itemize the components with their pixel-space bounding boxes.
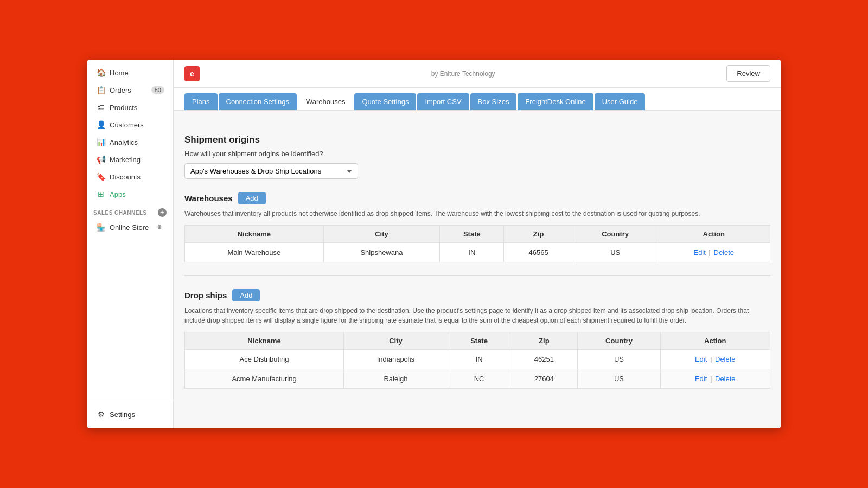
cell-state: IN <box>440 243 504 262</box>
orders-badge: 80 <box>151 86 164 94</box>
sidebar-item-home[interactable]: 🏠 Home <box>90 65 170 81</box>
cell-nickname: Acme Manufacturing <box>185 369 344 389</box>
sidebar-item-apps[interactable]: ⊞ Apps <box>90 186 170 202</box>
sidebar: 🏠 Home 📋 Orders 80 🏷 Products 👤 Customer… <box>87 60 174 428</box>
settings-section: ⚙ Settings <box>87 400 173 428</box>
tab-connection-settings[interactable]: Connection Settings <box>219 93 297 110</box>
products-icon: 🏷 <box>97 103 105 112</box>
tab-box-sizes[interactable]: Box Sizes <box>470 93 517 110</box>
shipment-origins-title: Shipment origins <box>184 134 770 145</box>
sidebar-item-label: Customers <box>110 121 144 129</box>
cell-nickname: Ace Distributing <box>185 350 344 369</box>
sidebar-item-discounts[interactable]: 🔖 Discounts <box>90 169 170 185</box>
eniture-label: by Eniture Technology <box>431 70 495 78</box>
page-body: Shipment origins How will your shipment … <box>174 111 781 428</box>
col-action: Action <box>660 332 770 350</box>
warehouses-title: Warehouses <box>184 194 233 203</box>
sidebar-item-analytics[interactable]: 📊 Analytics <box>90 134 170 150</box>
tab-warehouses[interactable]: Warehouses <box>298 93 354 110</box>
edit-link[interactable]: Edit <box>693 248 705 256</box>
shipment-origins-subtitle: How will your shipment origins be identi… <box>184 150 770 158</box>
cell-action: Edit | Delete <box>658 243 770 262</box>
edit-link[interactable]: Edit <box>695 355 707 363</box>
cell-state: IN <box>448 350 510 369</box>
col-action: Action <box>658 226 770 243</box>
add-dropship-button[interactable]: Add <box>232 289 260 301</box>
shipment-origins-dropdown[interactable]: App's Warehouses & Drop Ship Locations <box>184 163 358 179</box>
action-separator: | <box>710 355 712 363</box>
col-zip: Zip <box>510 332 578 350</box>
dropships-header: Drop ships Add <box>184 289 770 301</box>
col-country: Country <box>573 226 658 243</box>
dropships-section: Drop ships Add Locations that inventory … <box>184 289 770 389</box>
sidebar-item-customers[interactable]: 👤 Customers <box>90 117 170 133</box>
table-row: Acme Manufacturing Raleigh NC 27604 US E… <box>185 369 770 389</box>
warehouses-section: Warehouses Add Warehouses that inventory… <box>184 192 770 262</box>
cell-country: US <box>578 369 660 389</box>
sidebar-item-label: Home <box>110 69 129 77</box>
cell-zip: 46565 <box>504 243 573 262</box>
online-store-icon: 🏪 <box>97 223 105 232</box>
main-content: e by Eniture Technology Review Plans Con… <box>174 60 781 428</box>
delete-link[interactable]: Delete <box>714 248 735 256</box>
settings-label: Settings <box>110 410 135 419</box>
tab-user-guide[interactable]: User Guide <box>595 93 646 110</box>
tab-freightdesk-online[interactable]: FreightDesk Online <box>518 93 593 110</box>
orders-icon: 📋 <box>97 86 105 94</box>
sidebar-item-label: Marketing <box>110 156 141 164</box>
delete-link[interactable]: Delete <box>715 375 736 383</box>
col-nickname: Nickname <box>185 226 324 243</box>
cell-action: Edit | Delete <box>660 369 770 389</box>
cell-nickname: Main Warehouse <box>185 243 324 262</box>
section-divider <box>184 275 770 276</box>
tab-quote-settings[interactable]: Quote Settings <box>354 93 416 110</box>
discounts-icon: 🔖 <box>97 172 105 181</box>
cell-action: Edit | Delete <box>660 350 770 369</box>
dropships-table: Nickname City State Zip Country Action A… <box>184 332 770 389</box>
table-row: Ace Distributing Indianapolis IN 46251 U… <box>185 350 770 369</box>
sidebar-item-marketing[interactable]: 📢 Marketing <box>90 151 170 168</box>
add-sales-channel-button[interactable]: + <box>158 208 167 217</box>
edit-link[interactable]: Edit <box>695 375 707 383</box>
settings-icon: ⚙ <box>97 410 105 419</box>
table-row: Main Warehouse Shipshewana IN 46565 US E… <box>185 243 770 262</box>
sidebar-item-online-store[interactable]: 🏪 Online Store 👁 <box>90 220 170 235</box>
warehouses-header: Warehouses Add <box>184 192 770 204</box>
cell-country: US <box>573 243 658 262</box>
col-city: City <box>344 332 448 350</box>
col-nickname: Nickname <box>185 332 344 350</box>
delete-link[interactable]: Delete <box>715 355 736 363</box>
cell-city: Raleigh <box>344 369 448 389</box>
review-button[interactable]: Review <box>726 65 770 82</box>
sidebar-item-label: Apps <box>110 190 126 198</box>
sidebar-item-settings[interactable]: ⚙ Settings <box>90 406 170 422</box>
sales-channels-label: SALES CHANNELS <box>93 210 147 216</box>
action-separator: | <box>710 375 712 383</box>
sidebar-item-products[interactable]: 🏷 Products <box>90 99 170 115</box>
shipment-origins-section: Shipment origins How will your shipment … <box>184 134 770 179</box>
cell-zip: 46251 <box>510 350 578 369</box>
action-separator: | <box>709 248 711 256</box>
dropships-description: Locations that inventory specific items … <box>184 306 770 325</box>
top-bar: e by Eniture Technology Review <box>174 60 781 88</box>
online-store-label: Online Store <box>110 223 149 232</box>
customers-icon: 👤 <box>97 120 105 129</box>
cell-state: NC <box>448 369 510 389</box>
apps-icon: ⊞ <box>97 190 105 198</box>
sidebar-item-label: Orders <box>110 86 131 94</box>
sidebar-item-orders[interactable]: 📋 Orders 80 <box>90 82 170 98</box>
tab-plans[interactable]: Plans <box>184 93 218 110</box>
tab-import-csv[interactable]: Import CSV <box>417 93 469 110</box>
add-warehouse-button[interactable]: Add <box>238 192 266 204</box>
nav-tabs: Plans Connection Settings Warehouses Quo… <box>174 88 781 111</box>
marketing-icon: 📢 <box>97 155 105 164</box>
col-country: Country <box>578 332 660 350</box>
eye-icon: 👁 <box>156 223 163 232</box>
col-state: State <box>448 332 510 350</box>
warehouses-table: Nickname City State Zip Country Action M… <box>184 225 770 262</box>
home-icon: 🏠 <box>97 68 105 77</box>
sidebar-item-label: Products <box>110 104 137 112</box>
app-logo: e <box>184 66 200 81</box>
warehouses-description: Warehouses that inventory all products n… <box>184 209 770 219</box>
sales-channels-section: SALES CHANNELS + <box>87 203 173 219</box>
